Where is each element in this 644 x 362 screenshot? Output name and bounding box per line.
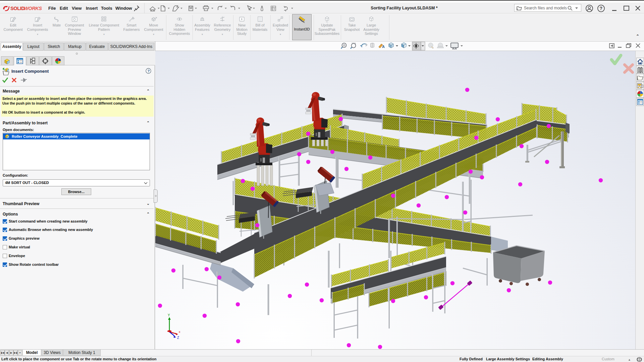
svg-text:x: x: [179, 330, 180, 334]
svg-text:?: ?: [148, 69, 150, 73]
svg-text:SOLID: SOLID: [10, 6, 24, 11]
svg-text:Y: Y: [168, 313, 170, 317]
svg-text:WORKS: WORKS: [24, 6, 42, 11]
svg-text:?: ?: [600, 6, 603, 11]
svg-text:Z: Z: [177, 336, 179, 340]
svg-text:A: A: [382, 45, 385, 49]
